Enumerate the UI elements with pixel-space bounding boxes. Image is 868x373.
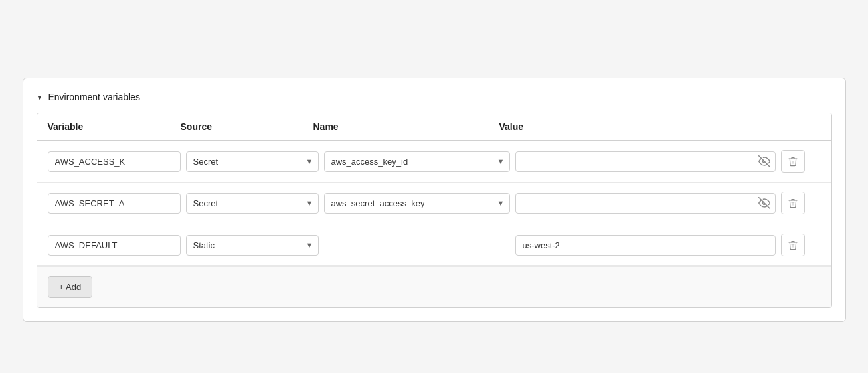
variable-input-2[interactable] [48, 193, 181, 214]
action-cell-1 [781, 150, 821, 173]
toggle-visibility-btn-1[interactable] [758, 155, 770, 167]
value-cell-3 [515, 235, 776, 256]
source-cell-1: Secret Static Parameter ▼ [186, 151, 319, 172]
section-title: Environment variables [48, 92, 140, 102]
action-cell-2 [781, 192, 821, 214]
name-select-1[interactable]: aws_access_key_id aws_secret_access_key [324, 151, 510, 172]
value-wrapper-3 [515, 235, 776, 256]
action-cell-3 [781, 234, 821, 256]
header-value: Value [499, 121, 781, 132]
value-input-1[interactable] [515, 151, 776, 172]
source-select-2[interactable]: Secret Static Parameter [186, 193, 319, 214]
delete-btn-1[interactable] [781, 150, 805, 173]
table-header: Variable Source Name Value [37, 113, 831, 141]
source-cell-3: Secret Static Parameter ▼ [186, 235, 319, 256]
chevron-icon: ▼ [37, 94, 43, 101]
delete-btn-2[interactable] [781, 192, 805, 214]
value-input-3[interactable] [515, 235, 776, 256]
value-wrapper-1 [515, 151, 776, 172]
source-cell-2: Secret Static Parameter ▼ [186, 193, 319, 214]
header-actions [781, 121, 821, 132]
source-select-wrapper-2: Secret Static Parameter ▼ [186, 193, 319, 214]
env-table: Variable Source Name Value Secret Static [37, 113, 832, 308]
eye-slash-icon-1 [758, 155, 770, 167]
source-select-1[interactable]: Secret Static Parameter [186, 151, 319, 172]
trash-icon-3 [788, 240, 798, 250]
name-cell-2: aws_access_key_id aws_secret_access_key … [324, 193, 510, 214]
name-select-wrapper-1: aws_access_key_id aws_secret_access_key … [324, 151, 510, 172]
name-select-wrapper-2: aws_access_key_id aws_secret_access_key … [324, 193, 510, 214]
table-row: Secret Static Parameter ▼ aws_access_key… [37, 141, 831, 183]
variable-input-1[interactable] [48, 151, 181, 172]
variable-cell-2 [48, 193, 181, 214]
value-input-2[interactable] [515, 193, 776, 214]
source-select-3[interactable]: Secret Static Parameter [186, 235, 319, 256]
header-name: Name [313, 121, 499, 132]
page-wrapper: ▼ Environment variables Variable Source … [13, 13, 855, 373]
delete-btn-3[interactable] [781, 234, 805, 256]
variable-input-3[interactable] [48, 235, 181, 256]
add-button[interactable]: + Add [48, 276, 93, 298]
name-select-2[interactable]: aws_access_key_id aws_secret_access_key [324, 193, 510, 214]
value-cell-2 [515, 193, 776, 214]
value-cell-1 [515, 151, 776, 172]
header-source: Source [181, 121, 313, 132]
source-select-wrapper-3: Secret Static Parameter ▼ [186, 235, 319, 256]
variable-cell-1 [48, 151, 181, 172]
source-select-wrapper-1: Secret Static Parameter ▼ [186, 151, 319, 172]
variable-cell-3 [48, 235, 181, 256]
trash-icon-1 [788, 156, 798, 167]
eye-slash-icon-2 [758, 197, 770, 209]
name-cell-1: aws_access_key_id aws_secret_access_key … [324, 151, 510, 172]
trash-icon-2 [788, 198, 798, 208]
environment-variables-section: ▼ Environment variables Variable Source … [23, 78, 846, 322]
value-wrapper-2 [515, 193, 776, 214]
section-header[interactable]: ▼ Environment variables [37, 92, 832, 102]
table-row: Secret Static Parameter ▼ aws_access_key… [37, 183, 831, 224]
table-footer: + Add [37, 266, 831, 307]
table-row: Secret Static Parameter ▼ [37, 224, 831, 266]
header-variable: Variable [48, 121, 181, 132]
toggle-visibility-btn-2[interactable] [758, 197, 770, 209]
